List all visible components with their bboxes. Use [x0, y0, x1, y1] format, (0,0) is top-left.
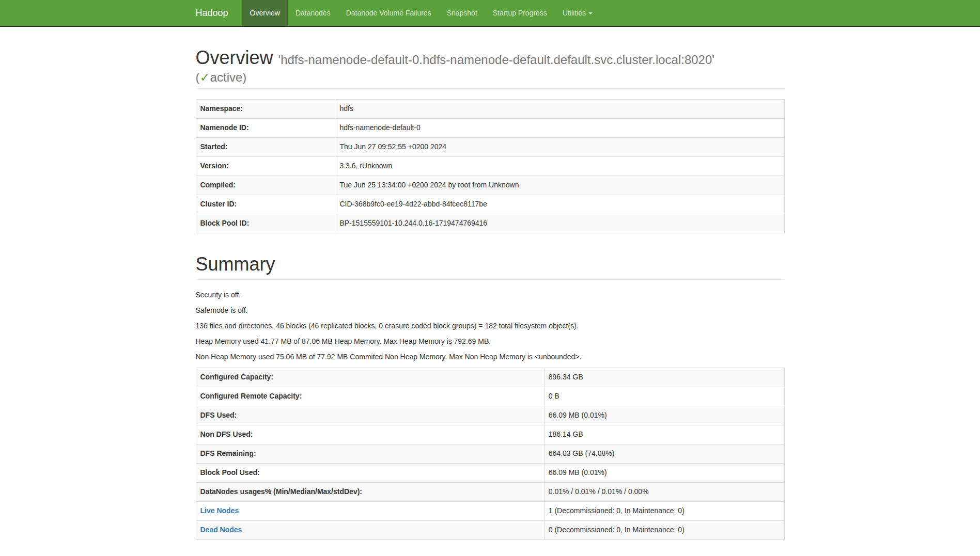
row-value: 664.03 GB (74.08%)	[544, 444, 784, 463]
row-value: 0 (Decommissioned: 0, In Maintenance: 0)	[544, 520, 784, 539]
row-label: Live Nodes	[196, 501, 544, 520]
live-nodes-link[interactable]: Live Nodes	[200, 506, 239, 515]
row-label: Dead Nodes	[196, 520, 544, 539]
nav-item-utilities[interactable]: Utilities	[555, 0, 600, 26]
nav-item-utilities-label: Utilities	[563, 9, 586, 17]
nav-item-startup-progress[interactable]: Startup Progress	[485, 0, 555, 26]
non-heap-memory-text: Non Heap Memory used 75.06 MB of 77.92 M…	[196, 352, 785, 362]
state-label: active	[210, 70, 243, 84]
state-close-paren: )	[242, 70, 246, 84]
table-row: DFS Remaining:664.03 GB (74.08%)	[196, 444, 784, 463]
row-label: Namenode ID:	[196, 118, 335, 137]
table-row: Block Pool ID:BP-1515559101-10.244.0.16-…	[196, 214, 784, 233]
nav-item-overview[interactable]: Overview	[242, 0, 288, 26]
row-label: Version:	[196, 156, 335, 176]
table-row: Namespace:hdfs	[196, 100, 784, 119]
table-row: Cluster ID:CID-368b9fc0-ee19-4d22-abbd-8…	[196, 195, 784, 214]
nav-item-snapshot[interactable]: Snapshot	[439, 0, 485, 26]
table-row: Compiled:Tue Jun 25 13:34:00 +0200 2024 …	[196, 176, 784, 195]
namenode-host: 'hdfs-namenode-default-0.hdfs-namenode-d…	[278, 53, 714, 67]
row-label: DFS Remaining:	[196, 444, 544, 463]
navbar-brand[interactable]: Hadoop	[196, 0, 236, 26]
safemode-status-text: Safemode is off.	[196, 306, 785, 316]
row-label: Compiled:	[196, 176, 335, 195]
overview-table: Namespace:hdfs Namenode ID:hdfs-namenode…	[196, 99, 785, 233]
row-value: BP-1515559101-10.244.0.16-1719474769416	[335, 214, 784, 233]
nav-item-datanode-volume-failures[interactable]: Datanode Volume Failures	[338, 0, 439, 26]
row-label: DFS Used:	[196, 406, 544, 425]
row-label: Block Pool ID:	[196, 214, 335, 233]
row-value: 1 (Decommissioned: 0, In Maintenance: 0)	[544, 501, 784, 520]
security-status-text: Security is off.	[196, 290, 785, 300]
row-value: 0.01% / 0.01% / 0.01% / 0.00%	[544, 482, 784, 501]
row-label: Cluster ID:	[196, 195, 335, 214]
state-open-paren: (	[196, 70, 200, 84]
table-row: Configured Remote Capacity:0 B	[196, 387, 784, 406]
nav-item-datanodes[interactable]: Datanodes	[288, 0, 338, 26]
navbar-menu: Overview Datanodes Datanode Volume Failu…	[242, 0, 600, 26]
dead-nodes-link[interactable]: Dead Nodes	[200, 526, 242, 534]
row-label: Non DFS Used:	[196, 425, 544, 444]
row-value: Tue Jun 25 13:34:00 +0200 2024 by root f…	[335, 176, 784, 195]
row-label: Namespace:	[196, 100, 335, 119]
filesystem-objects-text: 136 files and directories, 46 blocks (46…	[196, 321, 785, 331]
summary-page-header: Summary	[196, 254, 785, 280]
caret-down-icon	[588, 12, 593, 14]
summary-table: Configured Capacity:896.34 GB Configured…	[196, 368, 785, 540]
row-label: Started:	[196, 137, 335, 156]
row-value: CID-368b9fc0-ee19-4d22-abbd-84fcec8117be	[335, 195, 784, 214]
row-value: hdfs-namenode-default-0	[335, 118, 784, 137]
table-row: Non DFS Used:186.14 GB	[196, 425, 784, 444]
table-row: Version:3.3.6, rUnknown	[196, 156, 784, 176]
row-label: DataNodes usages% (Min/Median/Max/stdDev…	[196, 482, 544, 501]
page-title: Overview 'hdfs-namenode-default-0.hdfs-n…	[196, 47, 785, 84]
top-navbar: Hadoop Overview Datanodes Datanode Volum…	[0, 0, 980, 27]
row-value: 66.09 MB (0.01%)	[544, 406, 784, 425]
row-label: Configured Remote Capacity:	[196, 387, 544, 406]
namenode-state: (✓active)	[196, 71, 785, 84]
check-icon: ✓	[200, 70, 210, 84]
main-content: Overview 'hdfs-namenode-default-0.hdfs-n…	[188, 47, 792, 540]
row-label: Block Pool Used:	[196, 463, 544, 482]
row-value: hdfs	[335, 100, 784, 119]
table-row: Namenode ID:hdfs-namenode-default-0	[196, 118, 784, 137]
overview-page-header: Overview 'hdfs-namenode-default-0.hdfs-n…	[196, 47, 785, 89]
row-value: 3.3.6, rUnknown	[335, 156, 784, 176]
row-value: 66.09 MB (0.01%)	[544, 463, 784, 482]
table-row: DataNodes usages% (Min/Median/Max/stdDev…	[196, 482, 784, 501]
heap-memory-text: Heap Memory used 41.77 MB of 87.06 MB He…	[196, 337, 785, 347]
row-value: Thu Jun 27 09:52:55 +0200 2024	[335, 137, 784, 156]
row-value: 896.34 GB	[544, 368, 784, 387]
row-value: 186.14 GB	[544, 425, 784, 444]
summary-title: Summary	[196, 254, 785, 275]
table-row: Configured Capacity:896.34 GB	[196, 368, 784, 387]
table-row: Block Pool Used:66.09 MB (0.01%)	[196, 463, 784, 482]
table-row: Dead Nodes0 (Decommissioned: 0, In Maint…	[196, 520, 784, 539]
row-label: Configured Capacity:	[196, 368, 544, 387]
table-row: DFS Used:66.09 MB (0.01%)	[196, 406, 784, 425]
page-title-text: Overview	[196, 47, 273, 68]
table-row: Live Nodes1 (Decommissioned: 0, In Maint…	[196, 501, 784, 520]
table-row: Started:Thu Jun 27 09:52:55 +0200 2024	[196, 137, 784, 156]
row-value: 0 B	[544, 387, 784, 406]
